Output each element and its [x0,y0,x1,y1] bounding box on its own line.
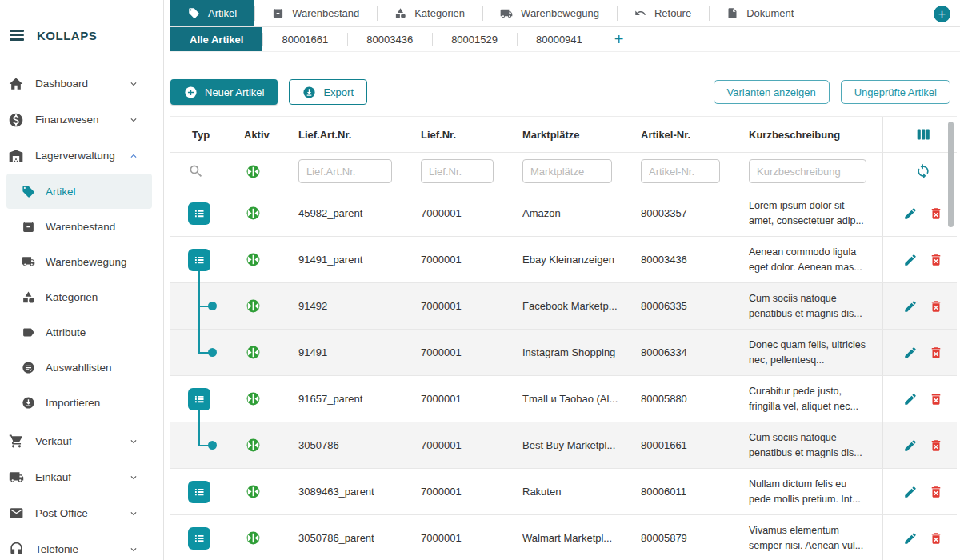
tab-warenbewegung[interactable]: Warenbewegung [482,0,617,26]
filter-artikel-nr-input[interactable] [641,159,720,183]
table-row[interactable]: 3050786_parent 7000001 Walmart Marketpl.… [170,515,957,560]
truck-icon [8,470,24,486]
sidebar-item-artikel[interactable]: Artikel [6,174,152,209]
tab-warenbestand[interactable]: Warenbestand [254,0,377,26]
delete-icon[interactable] [929,485,943,499]
sidebar-item-post-office[interactable]: Post Office [0,495,163,531]
subtab-article[interactable]: 80001661 [262,27,347,51]
row-kurzbeschreibung: Nullam dictum felis eu pede mollis preti… [742,477,882,506]
sidebar-item-kategorien[interactable]: Kategorien [6,279,152,314]
table-header-row: Typ Aktiv Lief.Art.Nr. Lief.Nr. Marktplä… [170,117,957,153]
tree-connector-line [198,329,200,353]
article-type-list-icon[interactable] [188,481,210,503]
hamburger-menu-icon[interactable] [10,30,24,41]
row-marktplatz: Facebook Marketp... [516,300,634,312]
filter-lief-art-nr-input[interactable] [298,159,392,183]
sidebar-item-dashboard[interactable]: Dashboard [0,66,163,102]
table-row[interactable]: 91492 7000001 Facebook Marketp... 800063… [170,283,957,330]
row-artikel-nr: 80006335 [634,300,742,312]
subtab-article[interactable]: 80003436 [347,27,432,51]
sidebar-item-telefonie[interactable]: Telefonie [0,531,163,560]
sidebar-item-finanzwesen[interactable]: Finanzwesen [0,102,163,138]
edit-icon[interactable] [903,253,918,267]
sidebar-item-auswahllisten[interactable]: Auswahllisten [6,350,152,385]
unchecked-articles-button[interactable]: Ungeprüfte Artikel [841,80,950,104]
table-row[interactable]: 45982_parent 7000001 Amazon 80003357 Lor… [170,190,957,237]
delete-icon[interactable] [929,531,943,546]
new-article-button[interactable]: Neuer Artikel [170,79,278,105]
header-actions [882,117,957,152]
sidebar-item-importieren[interactable]: Importieren [6,385,152,420]
sidebar-item-warenbewegung[interactable]: Warenbewegung [6,244,152,279]
row-aktiv-cell [236,438,292,453]
row-typ-cell [170,469,236,514]
sidebar-item-verkauf[interactable]: Verkauf [0,423,163,459]
row-lief-art-nr: 3089463_parent [292,486,414,498]
delete-icon[interactable] [929,206,943,221]
filter-aktiv[interactable] [236,164,292,179]
sidebar-item-attribute[interactable]: Attribute [6,314,152,350]
sidebar-item-warenbestand[interactable]: Warenbestand [6,209,152,244]
subtab-article[interactable]: 80000941 [517,27,602,51]
sidebar-item-lagerverwaltung[interactable]: Lagerverwaltung [0,138,163,174]
row-marktplatz: Best Buy Marketpl... [516,439,634,451]
table-row[interactable]: 91657_parent 7000001 Tmall и Taobao (Al.… [170,376,957,422]
filter-typ [170,153,236,190]
filter-marktplaetze-input[interactable] [522,159,612,183]
filter-lief-nr-input[interactable] [421,159,494,183]
article-type-list-icon[interactable] [188,249,210,271]
row-actions [882,330,957,375]
active-status-icon [246,391,261,406]
chevron-down-icon [128,508,139,519]
article-type-list-icon[interactable] [188,202,210,225]
edit-icon[interactable] [903,531,918,546]
tab-artikel[interactable]: Artikel [170,0,254,26]
tab-retoure[interactable]: Retoure [617,0,709,26]
tab-kategorien[interactable]: Kategorien [377,0,482,26]
table-row[interactable]: 3050786 7000001 Best Buy Marketpl... 800… [170,422,957,469]
row-kurzbeschreibung: Cum sociis natoque penatibus et magnis d… [742,291,882,320]
header-artikel-nr: Artikel-Nr. [634,129,742,141]
table-row[interactable]: 3089463_parent 7000001 Rakuten 80006011 … [170,469,957,515]
delete-icon[interactable] [929,438,943,453]
row-typ-cell [170,515,236,560]
edit-icon[interactable] [903,299,918,314]
export-button[interactable]: Export [289,79,367,105]
edit-icon[interactable] [903,438,918,453]
row-lief-art-nr: 45982_parent [292,207,414,219]
column-settings-icon[interactable] [914,126,932,143]
delete-icon[interactable] [929,346,943,360]
subtab-article[interactable]: 80001529 [432,27,517,51]
edit-icon[interactable] [903,485,918,499]
filter-kurzbeschreibung-input[interactable] [749,159,866,183]
subtab-alle-artikel[interactable]: Alle Artikel [170,27,262,51]
warehouse-icon [8,148,24,164]
vertical-scrollbar[interactable] [948,122,954,227]
table-row[interactable]: 91491_parent 7000001 Ebay Kleinanzeigen … [170,237,957,283]
delete-icon[interactable] [929,299,943,314]
sidebar-item-einkauf[interactable]: Einkauf [0,459,163,495]
chevron-down-icon [128,472,139,483]
show-variants-button[interactable]: Varianten anzeigen [714,80,830,104]
add-article-tab-button[interactable]: + [602,27,637,51]
table-body: 45982_parent 7000001 Amazon 80003357 Lor… [170,190,957,560]
chevron-down-icon [128,544,139,555]
header-aktiv: Aktiv [236,129,292,141]
article-subtabbar: Alle Artikel 80001661 80003436 80001529 … [170,27,960,52]
edit-icon[interactable] [903,392,918,406]
refresh-icon[interactable] [915,163,931,179]
delete-icon[interactable] [929,392,943,406]
edit-icon[interactable] [903,346,918,360]
article-type-list-icon[interactable] [188,527,210,550]
row-aktiv-cell [236,206,292,221]
edit-icon[interactable] [903,206,918,221]
row-artikel-nr: 80003357 [634,207,742,219]
tab-dokument[interactable]: Dokument [709,0,811,26]
article-type-list-icon[interactable] [188,388,210,410]
money-icon [8,112,24,128]
table-row[interactable]: 91491 7000001 Instagram Shopping 8000633… [170,330,957,376]
row-marktplatz: Amazon [516,207,634,219]
delete-icon[interactable] [929,253,943,267]
add-tab-button[interactable]: + [934,6,950,22]
app-window: KOLLAPS Dashboard Finanzwesen Lagerverwa… [0,0,960,560]
